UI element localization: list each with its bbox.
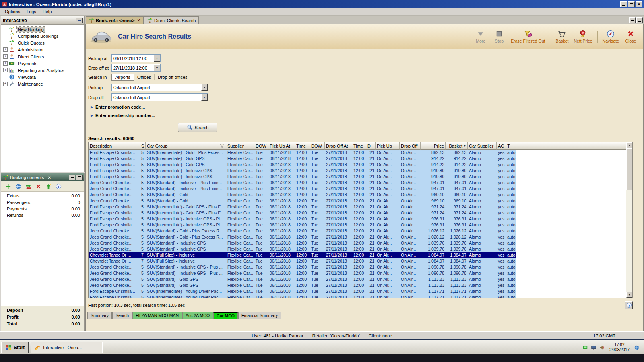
column-header-ac[interactable]: AC (497, 142, 506, 150)
expand-plus-icon[interactable]: + (3, 47, 8, 52)
menu-help[interactable]: Help (39, 8, 55, 15)
column-header-time[interactable]: Time (352, 142, 366, 150)
sidebar-item-quick-quotes[interactable]: Quick Quotes (1, 39, 84, 46)
column-header-price[interactable]: Price (421, 142, 446, 150)
booking-row-refunds[interactable]: Refunds0.00 (1, 213, 84, 219)
tab-car-mco[interactable]: Car MCO (213, 312, 238, 319)
search-in-offices[interactable]: Offices (134, 74, 155, 80)
mdi-minimize-button[interactable] (629, 17, 636, 23)
table-row[interactable]: Jeep Grand Cheroke...5SUV(Standard) - Go… (89, 198, 516, 204)
column-header-car-supplier[interactable]: Car Supplier (468, 142, 497, 150)
column-header-t[interactable]: T (506, 142, 516, 150)
table-row[interactable]: Jeep Grand Cheroke...5SUV(Standard) - Go… (89, 234, 516, 240)
table-row[interactable]: Jeep Grand Cheroke...5SUV(Standard) - In… (89, 270, 516, 276)
tab-summary[interactable]: Summary (87, 312, 112, 319)
globe-button[interactable] (15, 183, 21, 189)
sidebar-item-maintenance[interactable]: +Maintenance (1, 80, 84, 87)
tab-search[interactable]: Search (112, 312, 132, 319)
close-button[interactable]: Close (624, 30, 638, 43)
erase-filtered-out-button[interactable]: Erase Filtered Out (511, 30, 545, 43)
chevron-down-icon[interactable]: ▼ (154, 55, 160, 62)
column-header-description[interactable]: Description (89, 142, 140, 150)
start-button[interactable]: Start (1, 342, 29, 353)
membership-number-toggle[interactable]: ▶ Enter membership number... (91, 113, 643, 118)
pick-up-at-input[interactable]: 06/11/2018 12:00 ▼ (111, 54, 161, 62)
up-button[interactable] (45, 183, 52, 189)
table-row[interactable]: Jeep Grand Cheroke...5SUV(Standard) - In… (89, 246, 516, 252)
booking-row-extras[interactable]: Extras0.00 (1, 193, 84, 200)
column-header-dow[interactable]: DOW (310, 142, 325, 150)
filter-icon[interactable] (220, 144, 225, 148)
column-header-time[interactable]: Time (295, 142, 310, 150)
search-in-airports[interactable]: Airports (111, 74, 134, 81)
chevron-down-icon[interactable]: ▼ (154, 64, 160, 71)
table-row[interactable]: Ford Escape Or simila...5SUV(Intermediat… (89, 210, 516, 216)
sidebar-item-new-booking[interactable]: New Booking (1, 26, 84, 33)
column-header-d[interactable]: D (366, 142, 376, 150)
tab-financial-summary[interactable]: Financial Summary (238, 312, 281, 319)
column-header-pick-up-at[interactable]: Pick Up At (268, 142, 295, 150)
expand-plus-icon[interactable]: + (3, 61, 8, 66)
network-tray-icon[interactable] (582, 345, 588, 350)
table-row[interactable]: Jeep Grand Cheroke...5SUV(Standard) - Go… (89, 282, 516, 288)
table-row[interactable]: Jeep Grand Cheroke...5SUV(Standard) - In… (89, 180, 516, 186)
language-tray-icon[interactable] (634, 345, 640, 350)
table-row[interactable]: Ford Escape Or simila...5SUV(Intermediat… (89, 150, 516, 156)
taskbar-app-button[interactable]: Interactive - Ocea... (31, 342, 103, 353)
tab-book-ref-none[interactable]: Book. ref.: <none>✕ (86, 16, 144, 24)
menu-options[interactable]: Options (2, 8, 23, 15)
scroll-up-icon[interactable]: ▲ (626, 142, 632, 148)
basket-button[interactable]: Basket (555, 30, 569, 43)
navigate-button[interactable]: Navigate (603, 30, 619, 43)
info-button[interactable]: i (56, 183, 62, 189)
nett-price-button[interactable]: Nett Price (574, 30, 592, 43)
table-row[interactable]: Jeep Grand Cheroke...5SUV(Standard) - In… (89, 264, 516, 270)
table-row[interactable]: Ford Escape Or simila...5SUV(Intermediat… (89, 168, 516, 174)
column-header-car-group[interactable]: Car Group (146, 142, 226, 150)
table-row[interactable]: Ford Escape Or simila...5SUV(Intermediat… (89, 162, 516, 168)
maximize-button[interactable] (628, 1, 635, 7)
sidebar-item-payments[interactable]: +Payments (1, 60, 84, 67)
close-panel-icon[interactable]: ✕ (46, 175, 52, 180)
tab-flt-2a-man-mco-man[interactable]: Flt 2A MAN MCO MAN (132, 312, 182, 319)
table-row[interactable]: Ford Escape Or simila...5SUV(Intermediat… (89, 216, 516, 222)
table-row[interactable]: Jeep Grand Cheroke...5SUV(Standard) - In… (89, 186, 516, 192)
restore-panel-button[interactable] (76, 175, 83, 180)
info-button[interactable]: i (625, 301, 633, 309)
promotion-code-toggle[interactable]: ▶ Enter promotion code... (91, 105, 643, 109)
column-header-dow[interactable]: DOW (254, 142, 268, 150)
add-button[interactable] (5, 183, 11, 189)
scrollbar-thumb[interactable] (626, 148, 632, 190)
expand-plus-icon[interactable]: + (3, 54, 8, 59)
volume-tray-icon[interactable] (599, 345, 605, 350)
search-in-drop-off-offices[interactable]: Drop off offices (155, 74, 191, 80)
menu-logs[interactable]: Logs (23, 8, 39, 15)
vertical-scrollbar[interactable]: ▲ ▼ (626, 142, 632, 298)
swap-button[interactable] (25, 183, 31, 189)
drop-off-combo[interactable]: Orlando Intl Airport ▼ (111, 93, 208, 101)
table-row[interactable]: Ford Escape Or simila...5SUV(Intermediat… (89, 174, 516, 180)
table-row[interactable]: Ford Escape Or simila...5SUV(Intermediat… (89, 204, 516, 210)
delete-button[interactable] (35, 183, 41, 189)
mdi-restore-button[interactable] (636, 17, 643, 23)
sidebar-item-completed-bookings[interactable]: Completed Bookings (1, 33, 84, 39)
table-row[interactable]: Ford Escape Or simila...5SUV(Intermediat… (89, 156, 516, 162)
table-row[interactable]: Jeep Grand Cheroke...5SUV(Standard) - Go… (89, 276, 516, 282)
tab-direct-clients-search[interactable]: Direct Clients Search (144, 16, 199, 24)
chevron-down-icon[interactable]: ▼ (201, 94, 208, 101)
expand-plus-icon[interactable]: + (3, 82, 8, 86)
sidebar-item-viewdata[interactable]: Viewdata (1, 74, 84, 80)
close-tab-icon[interactable]: ✕ (136, 18, 140, 23)
search-button[interactable]: Search (178, 123, 217, 132)
booking-row-payments[interactable]: Payments0.00 (1, 206, 84, 213)
collapse-panel-button[interactable] (76, 18, 83, 23)
booking-row-passengers[interactable]: Passengers0 (1, 200, 84, 206)
table-row[interactable]: Chevrolet Tahoe Or ...7SUV(Full Size) - … (89, 258, 516, 264)
column-header-drop-off-at[interactable]: Drop Off At (325, 142, 352, 150)
table-row[interactable]: Chevrolet Tahoe Or ...7SUV(Full Size) - … (89, 252, 516, 258)
table-row[interactable]: Jeep Grand Cheroke...5SUV(Standard) - Go… (89, 192, 516, 198)
table-row[interactable]: Ford Escape Or simila...5SUV(Intermediat… (89, 222, 516, 228)
chevron-down-icon[interactable]: ▼ (201, 84, 208, 91)
minimize-button[interactable] (620, 1, 627, 7)
table-row[interactable]: Jeep Grand Cheroke...5SUV(Standard) - Go… (89, 228, 516, 234)
